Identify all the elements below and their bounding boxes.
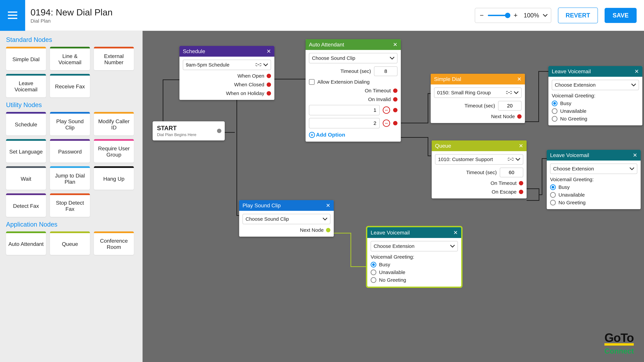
zoom-in-button[interactable]: + — [512, 12, 519, 19]
start-title: START — [157, 125, 211, 132]
tile-schedule[interactable]: Schedule — [6, 112, 46, 135]
chevron-down-icon — [390, 57, 394, 60]
radio-label: No Greeting — [560, 116, 587, 122]
logo-line-1: GoTo — [604, 332, 634, 346]
node-queue[interactable]: Queue ✕ 1010: Customer Support Timeout (… — [432, 140, 526, 198]
tile-jump-to-dial-plan[interactable]: Jump to Dial Plan — [50, 166, 90, 190]
port-ps-next[interactable] — [326, 228, 330, 232]
port-sd-next[interactable] — [517, 114, 522, 119]
tile-simple-dial[interactable]: Simple Dial — [6, 47, 46, 70]
schedule-picker[interactable]: 9am-5pm Schedule — [183, 60, 271, 70]
node-auto-attendant[interactable]: Auto Attendant ✕ Choose Sound Clip Timeo… — [306, 39, 401, 142]
zoom-out-button[interactable]: − — [478, 12, 485, 19]
node-start[interactable]: START Dial Plan Begins Here — [152, 121, 225, 140]
vm-title: Leave Voicemail — [371, 230, 410, 236]
port-queue-escape[interactable] — [519, 190, 523, 194]
delete-option-icon[interactable]: − — [383, 119, 390, 127]
tile-stop-detect-fax[interactable]: Stop Detect Fax — [50, 193, 90, 217]
chevron-down-icon[interactable] — [543, 14, 548, 17]
vm1-picker-label: Choose Extension — [555, 82, 596, 88]
port-when-holiday[interactable] — [267, 91, 271, 95]
aa-option-1-input[interactable] — [309, 105, 380, 115]
close-icon[interactable]: ✕ — [634, 68, 639, 75]
tile-modify-caller-id[interactable]: Modify Caller ID — [94, 112, 134, 135]
ps-picker[interactable]: Choose Sound Clip — [242, 214, 330, 224]
revert-button[interactable]: REVERT — [558, 7, 598, 23]
tile-password[interactable]: Password — [50, 139, 90, 163]
close-icon[interactable]: ✕ — [453, 229, 458, 236]
chevron-down-icon — [263, 63, 268, 66]
node-leave-voicemail-1[interactable]: Leave Voicemail ✕ Choose Extension Voice… — [548, 66, 642, 125]
port-on-timeout[interactable] — [393, 88, 398, 93]
close-icon[interactable]: ✕ — [326, 202, 330, 209]
port-queue-timeout[interactable] — [519, 181, 523, 185]
aa-timeout-input[interactable] — [374, 66, 398, 76]
menu-button[interactable] — [0, 0, 25, 31]
node-simple-dial[interactable]: Simple Dial ✕ 0150: Small Ring Group Tim… — [431, 74, 525, 123]
port-option-2[interactable] — [393, 121, 398, 125]
radio-no-greeting[interactable] — [371, 277, 376, 283]
port-option-1[interactable] — [393, 108, 398, 112]
title-block: 0194: New Dial Plan Dial Plan — [30, 7, 112, 24]
delete-option-icon[interactable]: − — [383, 106, 390, 114]
node-leave-voicemail-selected[interactable]: Leave Voicemail ✕ Choose Extension Voice… — [367, 227, 461, 287]
close-icon[interactable]: ✕ — [517, 76, 522, 82]
tile-detect-fax[interactable]: Detect Fax — [6, 193, 46, 217]
vm-picker[interactable]: Choose Extension — [371, 241, 458, 251]
start-port[interactable] — [217, 129, 221, 133]
add-option-button[interactable]: + Add Option — [309, 132, 398, 138]
queue-title: Queue — [435, 143, 451, 149]
close-icon[interactable]: ✕ — [266, 48, 271, 54]
node-play-sound-clip[interactable]: Play Sound Clip ✕ Choose Sound Clip Next… — [239, 200, 334, 237]
vm2-picker[interactable]: Choose Extension — [550, 164, 637, 174]
svg-rect-1 — [8, 14, 17, 16]
close-icon[interactable]: ✕ — [633, 152, 637, 158]
port-when-closed[interactable] — [267, 82, 271, 87]
node-leave-voicemail-2[interactable]: Leave Voicemail ✕ Choose Extension Voice… — [547, 150, 641, 209]
queue-picker[interactable]: 1010: Customer Support — [435, 154, 523, 165]
close-icon[interactable]: ✕ — [519, 143, 523, 149]
tile-set-language[interactable]: Set Language — [6, 139, 46, 163]
tile-wait[interactable]: Wait — [6, 166, 46, 190]
tile-require-user-group[interactable]: Require User Group — [94, 139, 134, 163]
radio-busy[interactable] — [550, 184, 556, 190]
port-when-open[interactable] — [267, 74, 271, 78]
play-sound-title: Play Sound Clip — [242, 202, 281, 209]
section-utility: Utility Nodes — [6, 101, 136, 109]
radio-unavailable[interactable] — [550, 192, 556, 198]
close-icon[interactable]: ✕ — [393, 41, 398, 48]
radio-no-greeting[interactable] — [550, 200, 556, 205]
tile-hang-up[interactable]: Hang Up — [94, 166, 134, 190]
vm-picker-label: Choose Extension — [374, 243, 414, 249]
node-schedule[interactable]: Schedule ✕ 9am-5pm Schedule When Open Wh… — [180, 46, 274, 100]
aa-allow-ext-label: Allow Extension Dialing — [317, 79, 370, 85]
tile-receive-fax[interactable]: Receive Fax — [50, 74, 90, 97]
tile-queue[interactable]: Queue — [50, 231, 90, 255]
tile-auto-attendant[interactable]: Auto Attendant — [6, 231, 46, 255]
flow-canvas[interactable]: START Dial Plan Begins Here Schedule ✕ 9… — [142, 31, 644, 362]
tile-play-sound-clip[interactable]: Play Sound Clip — [50, 112, 90, 135]
logo: GoTo Connect — [604, 331, 634, 355]
sd-picker[interactable]: 0150: Small Ring Group — [434, 87, 522, 98]
tile-leave-voicemail[interactable]: Leave Voicemail — [6, 74, 46, 97]
radio-unavailable[interactable] — [552, 108, 558, 114]
zoom-slider[interactable] — [488, 15, 510, 16]
svg-rect-0 — [8, 11, 17, 12]
radio-busy[interactable] — [371, 262, 376, 268]
radio-busy[interactable] — [552, 100, 558, 106]
tile-line-voicemail[interactable]: Line & Voicemail — [50, 47, 90, 70]
sd-timeout-input[interactable] — [498, 101, 522, 111]
queue-timeout-input[interactable] — [500, 168, 523, 177]
ps-picker-label: Choose Sound Clip — [246, 216, 289, 222]
radio-unavailable[interactable] — [371, 270, 376, 275]
save-button[interactable]: SAVE — [604, 8, 636, 23]
aa-allow-ext-checkbox[interactable] — [309, 79, 314, 85]
tile-external-number[interactable]: External Number — [94, 47, 134, 70]
aa-sound-picker[interactable]: Choose Sound Clip — [309, 53, 398, 63]
aa-option-2-input[interactable] — [309, 118, 380, 128]
radio-no-greeting[interactable] — [552, 116, 558, 122]
tile-conference-room[interactable]: Conference Room — [94, 231, 134, 255]
vm1-picker[interactable]: Choose Extension — [552, 80, 639, 90]
port-on-invalid[interactable] — [393, 97, 398, 102]
radio-label: Busy — [560, 100, 572, 106]
